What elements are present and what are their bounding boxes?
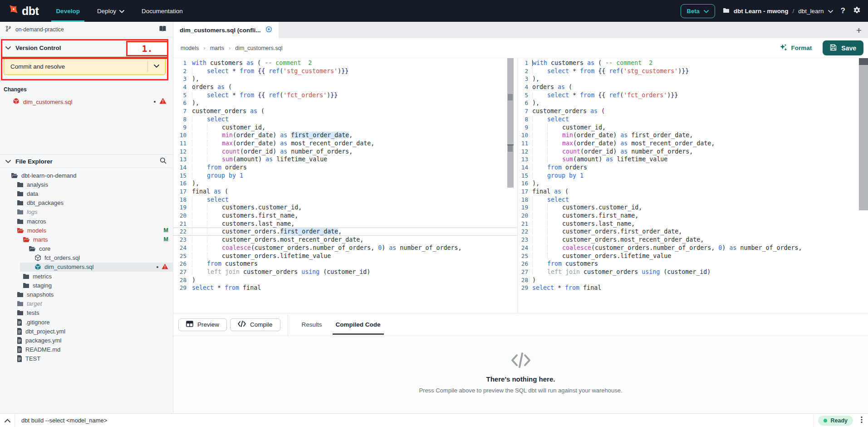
code-line-11[interactable]: 11 max(order_date) as most_recent_order_… [173, 139, 517, 148]
scrollbar-right[interactable] [859, 58, 868, 210]
nav-tab-documentation[interactable]: Documentation [142, 0, 183, 22]
save-button[interactable]: Save [823, 40, 863, 55]
nav-tab-deploy[interactable]: Deploy [97, 0, 124, 22]
code-line-21[interactable]: 21 customers.last_name, [173, 220, 517, 228]
changed-file-row[interactable]: dim_customers.sql [4, 97, 173, 107]
code-line-17[interactable]: 17final as ( [173, 188, 517, 196]
tab-compiled-code[interactable]: Compiled Code [336, 313, 381, 336]
code-line-15[interactable]: 15 group by 1 [518, 172, 868, 180]
file-explorer-header[interactable]: File Explorer [0, 154, 173, 168]
tree-item-macros[interactable]: macros [0, 217, 173, 226]
tree-item-README.md[interactable]: README.md [0, 345, 173, 354]
code-line-23[interactable]: 23 customer_orders.most_recent_order_dat… [518, 236, 868, 244]
code-line-14[interactable]: 14 from orders [518, 164, 868, 172]
code-line-26[interactable]: 26 from customers [173, 260, 517, 268]
tab-dim-customers[interactable]: dim_customers.sql (confli... [173, 22, 279, 38]
code-line-10[interactable]: 10 min(order_date) as first_order_date, [173, 131, 517, 139]
tree-item-logs[interactable]: logs [0, 208, 173, 217]
code-line-29[interactable]: 29select * from final [518, 284, 868, 292]
tree-item-metrics[interactable]: metrics [0, 272, 173, 281]
code-line-28[interactable]: 28) [173, 276, 517, 284]
code-line-4[interactable]: 4orders as ( [173, 83, 517, 91]
code-line-13[interactable]: 13 sum(amount) as lifetime_value [173, 155, 517, 164]
code-line-26[interactable]: 26 from customers [518, 260, 868, 268]
search-icon[interactable] [160, 157, 167, 165]
code-line-25[interactable]: 25 customer_orders.lifetime_value [518, 252, 868, 260]
code-line-8[interactable]: 8 select [518, 115, 868, 124]
tree-item-dbt_project.yml[interactable]: dbt_project.yml [0, 327, 173, 336]
breadcrumb-marts[interactable]: marts [210, 45, 224, 51]
tree-item-dim_customers.sql[interactable]: dim_customers.sql [20, 263, 173, 272]
code-line-29[interactable]: 29select * from final [173, 284, 517, 292]
code-line-10[interactable]: 10 min(order_date) as first_order_date, [518, 131, 868, 139]
tree-item-.gitignore[interactable]: .gitignore [0, 318, 173, 327]
docs-book-icon[interactable] [159, 25, 167, 33]
code-line-14[interactable]: 14 from orders [173, 164, 517, 172]
code-line-22[interactable]: 22 customer_orders.first_order_date, [518, 228, 868, 236]
tree-item-dbt-learn-on-demand[interactable]: dbt-learn-on-demand [0, 171, 173, 180]
preview-button[interactable]: Preview [178, 318, 227, 331]
tree-item-data[interactable]: data [0, 189, 173, 198]
code-line-6[interactable]: 6), [518, 99, 868, 107]
code-line-20[interactable]: 20 customers.first_name, [173, 212, 517, 220]
scrollbar-left[interactable] [507, 58, 514, 188]
tab-results[interactable]: Results [302, 313, 322, 336]
format-button[interactable]: Format [780, 44, 812, 53]
code-line-6[interactable]: 6), [173, 99, 517, 107]
tree-item-packages.yml[interactable]: packages.yml [0, 336, 173, 345]
tree-item-dbt_packages[interactable]: dbt_packages [0, 199, 173, 208]
code-line-18[interactable]: 18 select [173, 196, 517, 204]
code-line-20[interactable]: 20 customers.first_name, [518, 212, 868, 220]
tree-item-tests[interactable]: tests [0, 308, 173, 318]
code-line-24[interactable]: 24 coalesce(customer_orders.number_of_or… [173, 244, 517, 252]
code-line-16[interactable]: 16), [173, 179, 517, 188]
code-line-22[interactable]: 22 customer_orders.first_order_date, [173, 228, 517, 236]
help-icon[interactable]: ? [841, 6, 845, 15]
code-line-25[interactable]: 25 customer_orders.lifetime_value [173, 252, 517, 260]
code-line-23[interactable]: 23 customer_orders.most_recent_order_dat… [173, 236, 517, 244]
gear-icon[interactable] [853, 6, 861, 16]
code-line-28[interactable]: 28) [518, 276, 868, 284]
code-line-7[interactable]: 7customer_orders as ( [518, 107, 868, 115]
code-line-19[interactable]: 19 customers.customer_id, [173, 204, 517, 212]
tree-item-marts[interactable]: martsM [0, 235, 173, 244]
code-line-1[interactable]: 1with customers as ( -- comment 2 [173, 59, 517, 67]
tree-item-models[interactable]: modelsM [0, 226, 173, 235]
code-line-24[interactable]: 24 coalesce(customer_orders.number_of_or… [518, 244, 868, 252]
tree-item-core[interactable]: core [0, 244, 173, 253]
tree-item-analysis[interactable]: analysis [0, 180, 173, 189]
code-line-1[interactable]: 1with customers as ( -- comment 2 [518, 59, 868, 67]
chevron-down-icon[interactable] [148, 65, 165, 68]
code-line-16[interactable]: 16), [518, 179, 868, 188]
compile-button[interactable]: Compile [230, 318, 280, 331]
code-line-3[interactable]: 3), [518, 75, 868, 83]
code-line-8[interactable]: 8 select [173, 115, 517, 124]
tree-item-staging[interactable]: staging [0, 281, 173, 290]
editor-pane-right[interactable]: 1with customers as ( -- comment 22 selec… [518, 58, 868, 313]
code-line-4[interactable]: 4orders as ( [518, 83, 868, 91]
tree-item-snapshots[interactable]: snapshots [0, 290, 173, 299]
code-line-2[interactable]: 2 select * from {{ ref('stg_customers')}… [518, 67, 868, 75]
breadcrumb-models[interactable]: models [181, 45, 199, 51]
code-line-19[interactable]: 19 customers.customer_id, [518, 204, 868, 212]
code-line-13[interactable]: 13 sum(amount) as lifetime_value [518, 155, 868, 164]
code-line-11[interactable]: 11 max(order_date) as most_recent_order_… [518, 139, 868, 148]
code-line-27[interactable]: 27 left join customer_orders using (cust… [173, 268, 517, 276]
command-input[interactable]: dbt build --select <model_name> [21, 417, 107, 424]
kebab-menu-icon[interactable] [861, 416, 863, 425]
code-line-5[interactable]: 5 select * from {{ ref('fct_orders')}} [518, 91, 868, 99]
commit-and-resolve-button[interactable]: Commit and resolve [4, 58, 166, 75]
new-tab-plus-icon[interactable]: + [856, 25, 862, 35]
code-line-12[interactable]: 12 count(order_id) as number_of_orders, [173, 148, 517, 156]
git-branch-row[interactable]: on-demand-practice [0, 22, 173, 37]
code-line-17[interactable]: 17final as ( [518, 188, 868, 196]
code-line-15[interactable]: 15 group by 1 [173, 172, 517, 180]
beta-dropdown[interactable]: Beta [681, 4, 715, 18]
tree-item-TEST[interactable]: TEST [0, 354, 173, 363]
chevron-up-icon[interactable] [0, 414, 15, 427]
breadcrumb-file[interactable]: dim_customers.sql [235, 45, 282, 51]
tree-item-target[interactable]: target [0, 299, 173, 308]
code-line-9[interactable]: 9 customer_id, [173, 124, 517, 132]
nav-tab-develop[interactable]: Develop [56, 0, 80, 22]
code-line-27[interactable]: 27 left join customer_orders using (cust… [518, 268, 868, 276]
